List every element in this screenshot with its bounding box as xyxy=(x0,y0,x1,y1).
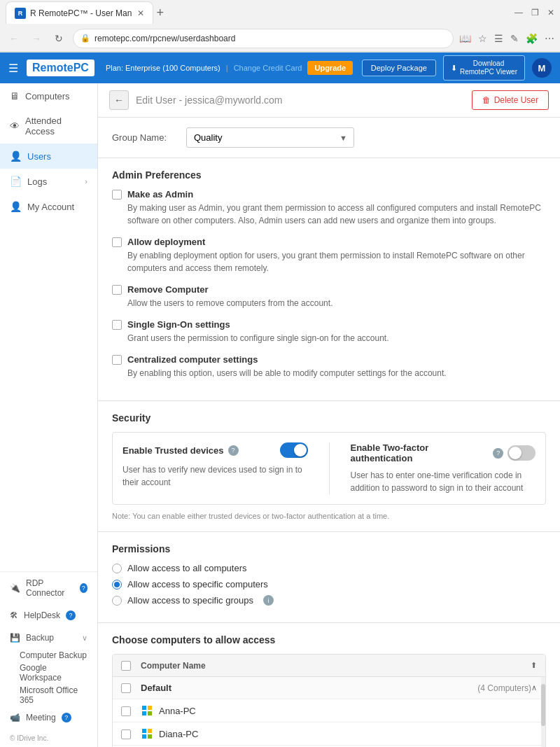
browser-addressbar: ← → ↻ 🔒 remotepc.com/rpcnew/userdashboar… xyxy=(0,25,560,52)
rdp-help-icon[interactable]: ? xyxy=(80,583,88,593)
forward-nav-button[interactable]: → xyxy=(28,30,45,47)
computer-group-default[interactable]: Default (4 Computers) ∧ xyxy=(113,677,545,699)
trusted-devices-info-icon[interactable]: ? xyxy=(228,445,239,456)
more-icon[interactable]: ⋯ xyxy=(545,33,554,44)
bookmarks-icon[interactable]: 📖 xyxy=(459,33,471,44)
delete-label: Delete User xyxy=(494,95,538,105)
maximize-icon[interactable]: ❐ xyxy=(531,8,539,18)
two-factor-toggle-thumb xyxy=(509,447,522,459)
anna-os-icon xyxy=(141,704,153,717)
sidebar-item-helpdesk[interactable]: 🛠 HelpDesk ? xyxy=(0,604,97,627)
centralized-computer-checkbox[interactable] xyxy=(112,355,122,365)
close-window-icon[interactable]: ✕ xyxy=(547,8,554,18)
diana-computer-name: Diana-PC xyxy=(159,729,198,739)
allow-deployment-label[interactable]: Allow deployment xyxy=(127,237,205,247)
make-admin-checkbox[interactable] xyxy=(112,190,122,200)
users-icon: 👤 xyxy=(10,151,22,162)
backup-arrow-icon: ∨ xyxy=(82,634,88,643)
group-default-checkbox[interactable] xyxy=(121,683,131,693)
tab-close-icon[interactable]: ✕ xyxy=(137,8,144,18)
sidebar-item-users[interactable]: 👤 Users xyxy=(0,144,97,169)
svg-rect-0 xyxy=(142,706,146,710)
sidebar-item-my-account[interactable]: 👤 My Account xyxy=(0,194,97,219)
page-header: ← Edit User - jessica@myworld.com 🗑 Dele… xyxy=(98,83,560,118)
address-bar[interactable]: 🔒 remotepc.com/rpcnew/userdashboard xyxy=(73,29,454,48)
anna-checkbox[interactable] xyxy=(121,706,131,716)
sidebar-item-microsoft-office[interactable]: Microsoft Office 365 xyxy=(0,684,97,706)
specific-groups-info-icon[interactable]: i xyxy=(263,595,274,606)
centralized-computer-label[interactable]: Centralized computer settings xyxy=(127,354,258,365)
header-checkbox[interactable] xyxy=(121,661,131,671)
content-area: ← Edit User - jessica@myworld.com 🗑 Dele… xyxy=(98,83,560,747)
reload-nav-button[interactable]: ↻ xyxy=(50,30,67,47)
user-avatar[interactable]: M xyxy=(532,58,552,78)
back-button[interactable]: ← xyxy=(109,90,129,110)
new-tab-button[interactable]: + xyxy=(156,6,164,20)
permission-all-computers-radio[interactable] xyxy=(112,564,122,573)
pref-remove-computer: Remove Computer Allow the users to remov… xyxy=(112,284,546,309)
group-default-chevron-icon[interactable]: ∧ xyxy=(531,683,537,692)
sidebar-item-meeting[interactable]: 📹 Meeting ? xyxy=(0,706,97,729)
sidebar-item-google-workspace[interactable]: Google Workspace xyxy=(0,662,97,684)
allow-deployment-checkbox[interactable] xyxy=(112,237,122,247)
delete-user-button[interactable]: 🗑 Delete User xyxy=(472,90,549,110)
minimize-icon[interactable]: — xyxy=(514,8,523,18)
scrollbar-thumb[interactable] xyxy=(541,684,545,726)
upgrade-button[interactable]: Upgrade xyxy=(307,61,353,75)
sidebar-item-backup[interactable]: 💾 Backup ∨ xyxy=(0,627,97,649)
remove-computer-checkbox[interactable] xyxy=(112,285,122,295)
plan-label: Plan: Enterprise (100 Computers) xyxy=(106,64,220,72)
admin-preferences-section: Admin Preferences Make as Admin By makin… xyxy=(98,158,560,401)
allow-deployment-desc: By enabling deployment option for users,… xyxy=(127,249,546,274)
sort-icon[interactable]: ⬆ xyxy=(531,661,537,670)
change-credit-link[interactable]: Change Credit Card xyxy=(234,64,302,72)
sidebar-label-logs: Logs xyxy=(27,176,47,187)
browser-tab[interactable]: R R RemotePC™ - User Man ✕ xyxy=(6,1,153,24)
extensions-icon[interactable]: 🧩 xyxy=(526,33,538,44)
download-viewer-button[interactable]: ⬇ DownloadRemotePC Viewer xyxy=(443,55,525,81)
profile-icon[interactable]: ✎ xyxy=(510,33,519,44)
pref-allow-deployment: Allow deployment By enabling deployment … xyxy=(112,237,546,274)
svg-rect-1 xyxy=(148,706,152,710)
deploy-package-button[interactable]: Deploy Package xyxy=(362,60,436,76)
single-signon-checkbox[interactable] xyxy=(112,320,122,330)
tab-title: R RemotePC™ - User Man xyxy=(30,8,132,18)
sidebar-label-my-account: My Account xyxy=(27,202,74,212)
permission-specific-groups-radio[interactable] xyxy=(112,596,122,606)
tab-icon: R xyxy=(15,8,26,19)
menu-icon[interactable]: ☰ xyxy=(494,33,503,44)
logs-arrow-icon: › xyxy=(85,177,88,186)
computers-icon: 🖥 xyxy=(10,90,20,102)
sidebar-item-attended-access[interactable]: 👁 Attended Access xyxy=(0,109,97,144)
permission-specific-computers-radio[interactable] xyxy=(112,580,122,589)
make-admin-label[interactable]: Make as Admin xyxy=(127,189,193,200)
sidebar-item-computers[interactable]: 🖥 Computers xyxy=(0,83,97,109)
back-nav-button[interactable]: ← xyxy=(6,30,22,47)
sidebar-item-logs[interactable]: 📄 Logs › xyxy=(0,169,97,194)
address-text: remotepc.com/rpcnew/userdashboard xyxy=(94,34,235,43)
computers-scroll[interactable]: Default (4 Computers) ∧ xyxy=(113,677,545,747)
remove-computer-label[interactable]: Remove Computer xyxy=(127,284,209,295)
two-factor-info-icon[interactable]: ? xyxy=(493,448,503,459)
single-signon-label[interactable]: Single Sign-On settings xyxy=(127,319,230,330)
window-controls: — ❐ ✕ xyxy=(514,8,554,18)
make-admin-desc: By making user as Admin, you grant them … xyxy=(127,202,546,227)
sidebar-bottom: 🔌 RDP Connector ? 🛠 HelpDesk ? 💾 Backup … xyxy=(0,571,97,747)
sidebar-item-rdp-connector[interactable]: 🔌 RDP Connector ? xyxy=(0,572,97,604)
diana-checkbox[interactable] xyxy=(121,729,131,739)
sidebar-item-computer-backup[interactable]: Computer Backup xyxy=(0,649,97,662)
helpdesk-help-icon[interactable]: ? xyxy=(66,610,76,620)
two-factor-title: Enable Two-factor authentication xyxy=(351,442,489,463)
favorites-icon[interactable]: ☆ xyxy=(478,33,487,44)
trusted-devices-toggle[interactable] xyxy=(280,442,308,458)
meeting-icon: 📹 xyxy=(10,713,20,722)
hamburger-icon[interactable]: ☰ xyxy=(8,62,18,75)
meeting-help-icon[interactable]: ? xyxy=(62,713,71,722)
two-factor-toggle[interactable] xyxy=(507,445,536,461)
group-default-name: Default xyxy=(141,683,475,693)
svg-rect-2 xyxy=(142,711,146,715)
sidebar-label-attended-access: Attended Access xyxy=(25,116,88,137)
pref-make-admin: Make as Admin By making user as Admin, y… xyxy=(112,189,546,227)
trash-icon: 🗑 xyxy=(482,95,491,105)
group-select[interactable]: Quality Default Engineering Marketing xyxy=(186,127,354,148)
